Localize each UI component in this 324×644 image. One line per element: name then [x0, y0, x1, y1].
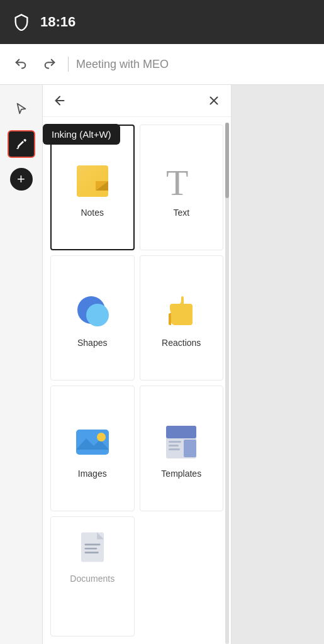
grid-item-images[interactable]: Images [50, 386, 135, 511]
grid-item-templates[interactable]: Templates [140, 386, 224, 511]
back-button[interactable] [10, 53, 31, 75]
svg-rect-10 [184, 440, 196, 457]
templates-icon [161, 422, 201, 462]
sidebar-inking-button[interactable] [8, 130, 35, 158]
nav-separator [68, 57, 69, 72]
right-area [232, 85, 324, 644]
sidebar-add-button[interactable]: + [10, 168, 33, 191]
svg-rect-13 [169, 448, 180, 450]
status-time: 18:16 [40, 14, 75, 30]
svg-rect-12 [169, 445, 179, 447]
templates-label: Templates [161, 469, 201, 479]
notes-label: Notes [81, 208, 104, 218]
grid-item-text[interactable]: T Text [140, 125, 224, 250]
text-icon: T [161, 161, 201, 201]
svg-rect-2 [77, 165, 108, 197]
svg-marker-0 [17, 104, 25, 114]
status-bar: 18:16 [0, 0, 324, 44]
images-label: Images [78, 469, 107, 479]
reactions-icon [161, 291, 201, 331]
nav-bar: Meeting with MEO [0, 44, 324, 85]
svg-rect-9 [166, 426, 196, 438]
sidebar: Inking (Alt+W) + [0, 85, 43, 644]
add-icon: + [17, 171, 25, 187]
reactions-label: Reactions [162, 338, 201, 348]
scrollbar-thumb[interactable] [225, 123, 229, 198]
sidebar-pointer-button[interactable] [8, 95, 35, 123]
panel: Notes T Text [43, 85, 232, 644]
documents-label: Documents [70, 574, 115, 584]
svg-point-7 [97, 433, 106, 441]
text-label: Text [173, 208, 189, 218]
scrollbar[interactable] [225, 123, 229, 644]
svg-rect-15 [84, 543, 100, 545]
images-icon [72, 422, 113, 462]
documents-icon [72, 527, 113, 567]
main-area: Inking (Alt+W) + [0, 85, 324, 644]
shapes-icon [72, 291, 113, 331]
grid-item-shapes[interactable]: Shapes [50, 255, 135, 381]
panel-back-button[interactable] [53, 94, 67, 108]
svg-rect-6 [76, 430, 109, 455]
shield-icon [13, 13, 30, 31]
forward-button[interactable] [39, 53, 60, 75]
panel-grid: Notes T Text [43, 117, 231, 644]
panel-header [43, 85, 231, 117]
grid-item-documents[interactable]: Documents [50, 516, 135, 637]
svg-rect-16 [84, 547, 97, 549]
svg-text:T: T [166, 162, 188, 200]
notes-icon [72, 161, 113, 201]
nav-title: Meeting with MEO [76, 58, 169, 71]
inking-tooltip: Inking (Alt+W) [43, 124, 120, 145]
svg-rect-11 [169, 441, 181, 443]
svg-rect-17 [84, 552, 99, 553]
grid-item-reactions[interactable]: Reactions [140, 255, 224, 381]
svg-point-5 [86, 304, 109, 326]
shapes-label: Shapes [77, 338, 107, 348]
panel-close-button[interactable] [207, 94, 221, 108]
